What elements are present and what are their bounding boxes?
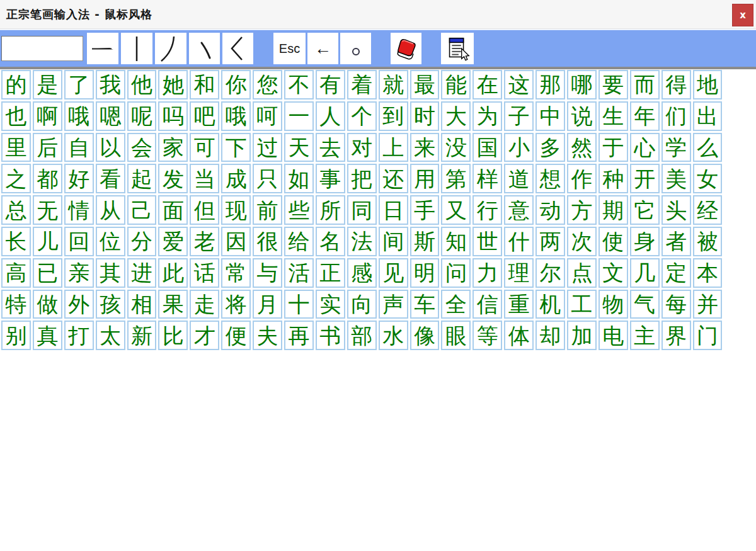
candidate-char[interactable]: 日: [379, 195, 408, 225]
candidate-char[interactable]: 吧: [190, 101, 219, 131]
candidate-char[interactable]: 几: [630, 258, 660, 288]
candidate-char[interactable]: 眼: [441, 321, 471, 350]
candidate-char[interactable]: 与: [253, 258, 282, 288]
candidate-char[interactable]: 间: [379, 227, 408, 256]
candidate-char[interactable]: 心: [630, 133, 660, 162]
candidate-char[interactable]: 门: [693, 321, 723, 350]
candidate-char[interactable]: 重: [504, 290, 534, 319]
candidate-char[interactable]: 老: [190, 227, 219, 256]
candidate-char[interactable]: 文: [598, 258, 628, 288]
candidate-char[interactable]: 把: [347, 164, 377, 193]
candidate-char[interactable]: 者: [662, 227, 691, 256]
candidate-char[interactable]: 多: [536, 133, 565, 162]
candidate-char[interactable]: 样: [472, 164, 502, 193]
candidate-char[interactable]: 们: [662, 101, 691, 131]
candidate-char[interactable]: 然: [567, 133, 597, 162]
candidate-char[interactable]: 真: [33, 321, 62, 350]
stroke-heng-button[interactable]: [87, 33, 118, 64]
candidate-char[interactable]: 爱: [158, 227, 188, 256]
candidate-char[interactable]: 比: [158, 321, 188, 350]
candidate-char[interactable]: 部: [347, 321, 377, 350]
candidate-char[interactable]: 方: [567, 195, 597, 225]
candidate-char[interactable]: 您: [253, 70, 282, 99]
candidate-char[interactable]: 啊: [33, 101, 62, 131]
candidate-char[interactable]: 名: [316, 227, 345, 256]
candidate-char[interactable]: 做: [33, 290, 62, 319]
candidate-list-button[interactable]: [441, 33, 474, 64]
candidate-char[interactable]: 加: [567, 321, 597, 350]
candidate-char[interactable]: 么: [693, 133, 723, 162]
candidate-char[interactable]: 道: [504, 164, 534, 193]
candidate-char[interactable]: 她: [158, 70, 188, 99]
candidate-char[interactable]: 才: [190, 321, 219, 350]
candidate-char[interactable]: 家: [158, 133, 188, 162]
candidate-char[interactable]: 儿: [33, 227, 62, 256]
candidate-char[interactable]: 像: [410, 321, 440, 350]
candidate-char[interactable]: 力: [472, 258, 502, 288]
candidate-char[interactable]: 作: [567, 164, 597, 193]
candidate-char[interactable]: 动: [536, 195, 565, 225]
candidate-char[interactable]: 行: [472, 195, 502, 225]
candidate-char[interactable]: 和: [190, 70, 219, 99]
stroke-dian-button[interactable]: [189, 33, 220, 64]
candidate-char[interactable]: 问: [441, 258, 471, 288]
candidate-char[interactable]: 书: [316, 321, 345, 350]
candidate-char[interactable]: 学: [662, 133, 691, 162]
candidate-char[interactable]: 果: [158, 290, 188, 319]
candidate-char[interactable]: 年: [630, 101, 660, 131]
candidate-char[interactable]: 去: [316, 133, 345, 162]
candidate-char[interactable]: 事: [316, 164, 345, 193]
candidate-char[interactable]: 手: [410, 195, 440, 225]
candidate-char[interactable]: 水: [379, 321, 408, 350]
esc-button[interactable]: Esc: [273, 33, 306, 64]
candidate-char[interactable]: 里: [1, 133, 31, 162]
candidate-char[interactable]: 个: [347, 101, 377, 131]
candidate-char[interactable]: 点: [567, 258, 597, 288]
candidate-char[interactable]: 想: [536, 164, 565, 193]
candidate-char[interactable]: 来: [410, 133, 440, 162]
candidate-char[interactable]: 本: [693, 258, 723, 288]
candidate-char[interactable]: 全: [441, 290, 471, 319]
candidate-char[interactable]: 着: [347, 70, 377, 99]
candidate-char[interactable]: 有: [316, 70, 345, 99]
candidate-char[interactable]: 时: [410, 101, 440, 131]
candidate-char[interactable]: 亲: [64, 258, 94, 288]
candidate-char[interactable]: 能: [441, 70, 471, 99]
candidate-char[interactable]: 以: [96, 133, 125, 162]
candidate-char[interactable]: 又: [441, 195, 471, 225]
candidate-char[interactable]: 所: [316, 195, 345, 225]
candidate-char[interactable]: 给: [284, 227, 314, 256]
candidate-char[interactable]: 于: [598, 133, 628, 162]
candidate-char[interactable]: 子: [504, 101, 534, 131]
candidate-char[interactable]: 的: [1, 70, 31, 99]
candidate-char[interactable]: 可: [190, 133, 219, 162]
candidate-char[interactable]: 呵: [253, 101, 282, 131]
stroke-input[interactable]: [1, 36, 83, 61]
candidate-char[interactable]: 无: [33, 195, 62, 225]
candidate-char[interactable]: 明: [410, 258, 440, 288]
candidate-char[interactable]: 后: [33, 133, 62, 162]
candidate-char[interactable]: 种: [598, 164, 628, 193]
candidate-char[interactable]: 被: [693, 227, 723, 256]
candidate-char[interactable]: 大: [441, 101, 471, 131]
candidate-char[interactable]: 声: [379, 290, 408, 319]
candidate-char[interactable]: 打: [64, 321, 94, 350]
candidate-char[interactable]: 进: [127, 258, 157, 288]
candidate-char[interactable]: 那: [536, 70, 565, 99]
candidate-char[interactable]: 主: [630, 321, 660, 350]
candidate-char[interactable]: 高: [1, 258, 31, 288]
candidate-char[interactable]: 美: [662, 164, 691, 193]
candidate-char[interactable]: 分: [127, 227, 157, 256]
candidate-char[interactable]: 哦: [221, 101, 251, 131]
candidate-char[interactable]: 过: [253, 133, 282, 162]
candidate-char[interactable]: 实: [316, 290, 345, 319]
candidate-char[interactable]: 车: [410, 290, 440, 319]
candidate-char[interactable]: 中: [536, 101, 565, 131]
candidate-char[interactable]: 开: [630, 164, 660, 193]
candidate-char[interactable]: 就: [379, 70, 408, 99]
candidate-char[interactable]: 位: [96, 227, 125, 256]
candidate-char[interactable]: 看: [96, 164, 125, 193]
candidate-char[interactable]: 要: [598, 70, 628, 99]
candidate-char[interactable]: 将: [221, 290, 251, 319]
candidate-char[interactable]: 法: [347, 227, 377, 256]
